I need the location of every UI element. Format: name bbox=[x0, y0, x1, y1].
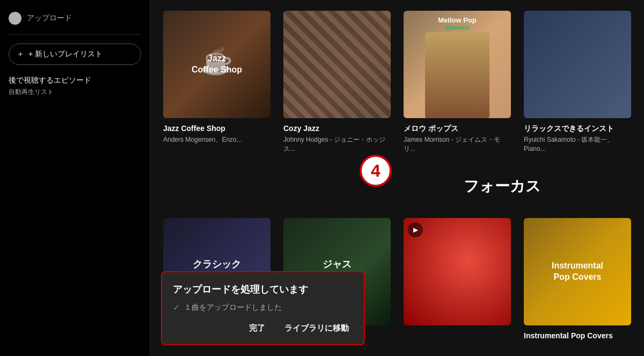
album-thumb-relax-inst bbox=[524, 11, 631, 118]
notification-status: ✓ １曲をアップロードしました bbox=[173, 302, 353, 313]
episode-title: 後で視聴するエピソード bbox=[9, 76, 141, 85]
focus-section-title: フォーカス bbox=[163, 176, 541, 197]
album-thumb-cozy-jazz bbox=[283, 11, 391, 118]
new-playlist-icon: ＋ bbox=[17, 49, 24, 59]
album-subtitle-relax-inst: Ryuichi Sakamoto - 坂本龍一、Piano... bbox=[524, 135, 631, 154]
album-card-abstract[interactable]: ▶ bbox=[404, 218, 511, 343]
album-title-mellow-pop: メロウ ポップス bbox=[404, 123, 511, 133]
sidebar-episode[interactable]: 後で視聴するエピソード 自動再生リスト bbox=[0, 69, 150, 103]
album-thumb-inst-pop: InstrumentalPop Covers bbox=[524, 218, 631, 325]
album-card-inst-pop[interactable]: InstrumentalPop Covers Instrumental Pop … bbox=[524, 218, 631, 343]
step-badge: 4 bbox=[360, 155, 392, 187]
notification-done-button[interactable]: 完了 bbox=[245, 321, 269, 336]
focus-title-area: フォーカス bbox=[163, 171, 631, 207]
notification-status-text: １曲をアップロードしました bbox=[184, 303, 282, 313]
mellow-label: Mellow Pop Classics bbox=[438, 16, 477, 31]
new-playlist-button[interactable]: ＋ + 新しいプレイリスト bbox=[9, 43, 141, 65]
notification-actions: 完了 ライブラリに移動 bbox=[173, 321, 353, 336]
cozy-jazz-image bbox=[283, 11, 391, 118]
top-album-grid: Jazz Coffee Shop Jazz Coffee Shop Anders… bbox=[163, 11, 631, 154]
album-title-jazz-coffee: Jazz Coffee Shop bbox=[163, 123, 270, 133]
episode-subtitle: 自動再生リスト bbox=[9, 88, 141, 97]
main-content: Jazz Coffee Shop Jazz Coffee Shop Anders… bbox=[150, 0, 644, 356]
album-subtitle-jazz-coffee: Anders Mogensen、Enzo... bbox=[163, 135, 270, 144]
album-subtitle-cozy-jazz: Johnny Hodges - ジョニー・ホッジス... bbox=[283, 135, 391, 154]
album-card-relax-inst[interactable]: リラックスできるインスト Ryuichi Sakamoto - 坂本龍一、Pia… bbox=[524, 11, 631, 154]
album-thumb-mellow-pop: Mellow Pop Classics bbox=[404, 11, 511, 118]
check-icon: ✓ bbox=[173, 302, 180, 313]
focus-title-text: フォーカス bbox=[163, 178, 541, 194]
classical-focus-text-1: クラシック bbox=[193, 258, 241, 271]
mellow-pop-image: Mellow Pop Classics bbox=[404, 11, 511, 118]
sidebar-upload-label: アップロード bbox=[27, 13, 72, 23]
sidebar-item-upload[interactable]: ↑ アップロード bbox=[0, 6, 150, 30]
album-title-relax-inst: リラックスできるインスト bbox=[524, 123, 631, 133]
notification-library-button[interactable]: ライブラリに移動 bbox=[280, 321, 353, 336]
inst-pop-text: InstrumentalPop Covers bbox=[547, 256, 608, 287]
jazz-coffee-image: Jazz Coffee Shop bbox=[163, 11, 270, 118]
inst-pop-image: InstrumentalPop Covers bbox=[524, 218, 631, 325]
album-card-mellow-pop[interactable]: Mellow Pop Classics メロウ ポップス James Morri… bbox=[404, 11, 511, 154]
play-circle-abstract[interactable]: ▶ bbox=[408, 222, 423, 237]
mellow-person bbox=[425, 32, 489, 118]
jazz-coffee-thumb-label: Jazz Coffee Shop bbox=[192, 53, 242, 76]
album-title-cozy-jazz: Cozy Jazz bbox=[283, 123, 391, 133]
upload-icon: ↑ bbox=[9, 12, 21, 25]
album-card-jazz-coffee[interactable]: Jazz Coffee Shop Jazz Coffee Shop Anders… bbox=[163, 11, 270, 154]
album-thumb-jazz-coffee: Jazz Coffee Shop bbox=[163, 11, 270, 118]
sidebar: ↑ アップロード ＋ + 新しいプレイリスト 後で視聴するエピソード 自動再生リ… bbox=[0, 0, 150, 356]
new-playlist-label: + 新しいプレイリスト bbox=[28, 49, 103, 59]
relax-inner bbox=[524, 11, 631, 118]
album-thumb-abstract: ▶ bbox=[404, 218, 511, 325]
album-subtitle-mellow-pop: James Morrison - ジェイムス・モリ... bbox=[404, 135, 511, 154]
relax-inst-image bbox=[524, 11, 631, 118]
notification-popup: アップロードを処理しています ✓ １曲をアップロードしました 完了 ライブラリに… bbox=[161, 271, 365, 345]
notification-title: アップロードを処理しています bbox=[173, 283, 353, 296]
album-title-inst-pop: Instrumental Pop Covers bbox=[524, 331, 631, 340]
cozy-pattern bbox=[283, 11, 391, 118]
album-card-cozy-jazz[interactable]: Cozy Jazz Johnny Hodges - ジョニー・ホッジス... bbox=[283, 11, 391, 154]
sidebar-divider bbox=[9, 34, 141, 35]
